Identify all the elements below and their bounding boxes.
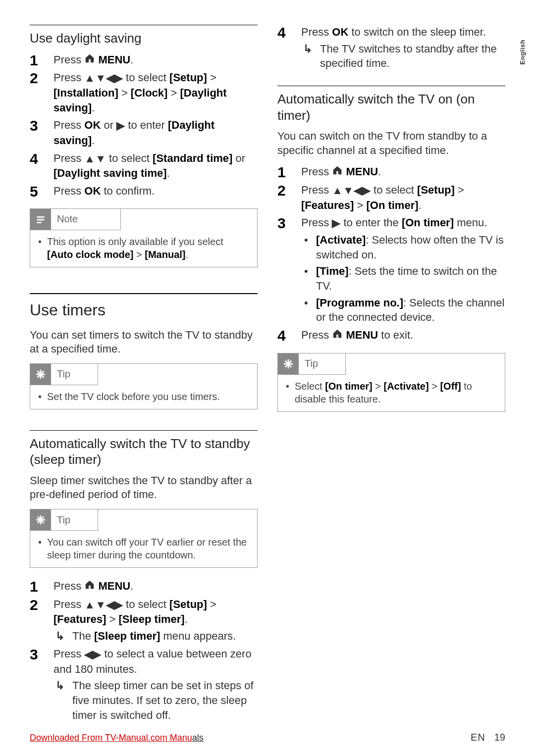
bullet: [Time]: Sets the time to switch on the T… xyxy=(301,264,505,293)
divider xyxy=(30,430,258,431)
note-icon xyxy=(30,209,51,230)
steps-continued: Press OK to switch on the sleep timer. T… xyxy=(277,25,505,71)
step: Press ▲▼ to select [Standard time] or [D… xyxy=(30,151,258,181)
divider xyxy=(30,25,258,25)
bullet: [Programme no.]: Selects the channel or … xyxy=(301,296,505,325)
result-arrow: The [Sleep timer] menu appears. xyxy=(54,629,258,644)
tip-box: Tip Select [On timer] > [Activate] > [Of… xyxy=(277,353,505,412)
tip-icon xyxy=(30,509,51,530)
heading-on-timer: Automatically switch the TV on (on timer… xyxy=(277,91,505,123)
tip-text: You can switch off your TV earlier or re… xyxy=(37,536,250,561)
paragraph: You can set timers to switch the TV to s… xyxy=(30,328,258,356)
step: Press OK to switch on the sleep timer. T… xyxy=(277,25,505,71)
home-icon xyxy=(332,328,343,343)
paragraph: You can switch on the TV from standby to… xyxy=(277,129,505,157)
tip-title: Tip xyxy=(299,358,324,369)
tip-title: Tip xyxy=(51,514,76,526)
leftright-arrows-icon: ◀▶ xyxy=(84,647,101,662)
step: Press MENU. xyxy=(277,164,505,180)
nav-arrows-icon: ▲▼◀▶ xyxy=(332,183,371,198)
tip-box: Tip Set the TV clock before you use time… xyxy=(30,363,258,409)
left-column: Use daylight saving Press MENU. Press ▲▼… xyxy=(30,25,258,732)
result-arrow: The TV switches to standby after the spe… xyxy=(301,42,505,71)
divider xyxy=(277,86,505,86)
step: Press OK or ▶ to enter [Daylight saving]… xyxy=(30,118,258,148)
heading-timers: Use timers xyxy=(30,301,258,319)
tip-text: Set the TV clock before you use timers. xyxy=(37,390,250,403)
home-icon xyxy=(332,165,343,180)
result-arrow: The sleep timer can be set in steps of f… xyxy=(54,678,258,722)
step: Press ▲▼◀▶ to select [Setup] > [Features… xyxy=(277,183,505,212)
page-number: EN19 xyxy=(471,732,505,743)
nav-arrows-icon: ▲▼◀▶ xyxy=(84,71,123,86)
note-title: Note xyxy=(51,213,84,225)
tip-text: Select [On timer] > [Activate] > [Off] t… xyxy=(285,380,498,405)
step: Press ▲▼◀▶ to select [Setup] > [Installa… xyxy=(30,70,258,115)
tip-title: Tip xyxy=(51,368,76,380)
note-text: This option is only available if you sel… xyxy=(37,235,250,261)
step: Press MENU. xyxy=(30,579,258,594)
nav-arrows-icon: ▲▼◀▶ xyxy=(84,598,123,612)
right-column: Press OK to switch on the sleep timer. T… xyxy=(277,25,505,732)
home-icon xyxy=(84,53,95,68)
tip-icon xyxy=(278,353,299,374)
home-icon xyxy=(84,579,95,594)
paragraph: Sleep timer switches the TV to standby a… xyxy=(30,474,258,502)
footer-link[interactable]: Downloaded From TV-Manual.com Manuals xyxy=(30,733,204,743)
step: Press ◀▶ to select a value between zero … xyxy=(30,647,258,722)
page-footer: Downloaded From TV-Manual.com Manuals EN… xyxy=(30,732,505,743)
step: Press MENU to exit. xyxy=(277,328,505,343)
steps-daylight: Press MENU. Press ▲▼◀▶ to select [Setup]… xyxy=(30,52,258,199)
divider xyxy=(30,293,258,294)
right-arrow-icon: ▶ xyxy=(116,118,125,133)
note-box: Note This option is only available if yo… xyxy=(30,208,258,267)
bullet: [Activate]: Selects how often the TV is … xyxy=(301,233,505,262)
heading-daylight: Use daylight saving xyxy=(30,30,258,47)
language-tab: English xyxy=(519,40,526,64)
step: Press OK to confirm. xyxy=(30,184,258,199)
steps-on-timer: Press MENU. Press ▲▼◀▶ to select [Setup]… xyxy=(277,164,505,343)
tip-box: Tip You can switch off your TV earlier o… xyxy=(30,509,258,568)
steps-sleep-timer: Press MENU. Press ▲▼◀▶ to select [Setup]… xyxy=(30,579,258,722)
heading-sleep-timer: Automatically switch the TV to standby (… xyxy=(30,436,258,468)
step: Press ▶ to enter the [On timer] menu. [A… xyxy=(277,215,505,325)
updown-arrows-icon: ▲▼ xyxy=(84,151,106,166)
page-body: Use daylight saving Press MENU. Press ▲▼… xyxy=(0,0,535,747)
step: Press ▲▼◀▶ to select [Setup] > [Features… xyxy=(30,597,258,644)
tip-icon xyxy=(30,364,51,385)
right-arrow-icon: ▶ xyxy=(332,216,340,231)
step: Press MENU. xyxy=(30,52,258,68)
